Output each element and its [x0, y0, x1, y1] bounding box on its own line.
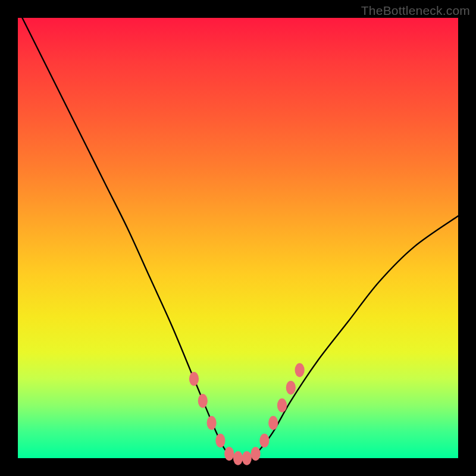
marker-dot: [295, 363, 305, 377]
marker-dot: [259, 434, 269, 447]
marker-dot: [215, 434, 225, 447]
marker-dot: [198, 394, 208, 408]
source-credit: TheBottleneck.com: [361, 4, 470, 18]
marker-dot: [189, 372, 199, 386]
marker-dot: [233, 451, 243, 465]
marker-dot: [268, 416, 278, 430]
marker-dot: [207, 416, 217, 430]
marker-dot: [251, 447, 261, 461]
marker-dot: [277, 399, 287, 412]
chart-frame: TheBottleneck.com: [0, 0, 476, 476]
marker-dot: [242, 451, 252, 465]
marker-dots: [189, 363, 305, 465]
marker-dot: [224, 447, 234, 461]
plot-area: [18, 18, 458, 458]
curve-svg: [18, 18, 458, 458]
marker-dot: [286, 381, 296, 394]
bottleneck-curve: [18, 9, 458, 459]
